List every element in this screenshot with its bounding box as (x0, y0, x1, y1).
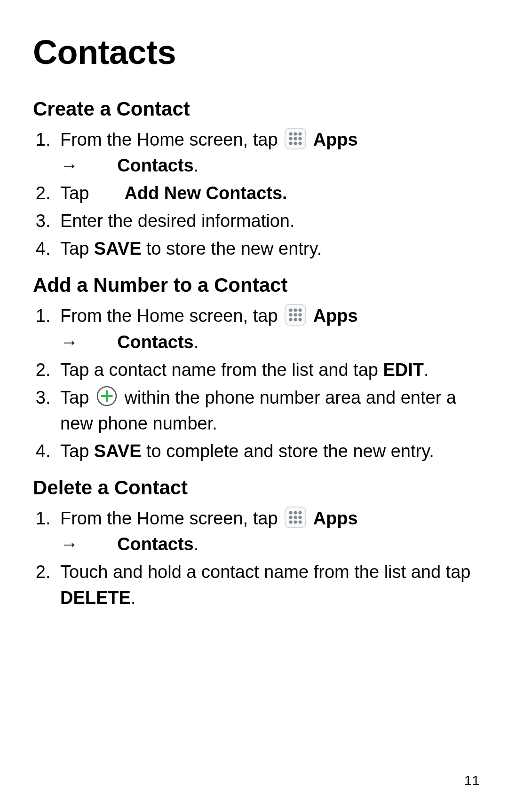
step-text: . (424, 360, 429, 380)
step: Enter the desired information. (56, 208, 475, 234)
step: Tap Add New Contacts. (56, 180, 475, 206)
add-label: Add New Contacts. (124, 183, 287, 203)
step-text: . (131, 588, 136, 608)
step-text: within the phone number area and enter a… (60, 388, 456, 433)
step-text: to store the new entry. (142, 239, 322, 258)
step-list: From the Home screen, tap Apps → Contact… (33, 506, 475, 611)
apps-icon (285, 304, 306, 326)
contacts-icon (89, 330, 111, 351)
apps-label: Apps (313, 508, 358, 528)
apps-label: Apps (313, 306, 358, 326)
period: . (194, 156, 199, 175)
step: From the Home screen, tap Apps → Contact… (56, 303, 475, 355)
add-icon (96, 181, 118, 203)
step: Tap within the phone number area and ent… (56, 385, 475, 437)
apps-icon (285, 507, 306, 528)
step-text: Enter the desired information. (60, 211, 295, 231)
arrow-icon: → (60, 534, 78, 554)
step: Touch and hold a contact name from the l… (56, 559, 475, 611)
step: Tap a contact name from the list and tap… (56, 357, 475, 383)
arrow-icon: → (60, 156, 78, 175)
step-text: Tap (60, 388, 94, 407)
step: From the Home screen, tap Apps → Contact… (56, 506, 475, 557)
page-number: 11 (464, 773, 480, 789)
step-text: Tap (60, 183, 94, 203)
step-text: From the Home screen, tap (60, 508, 283, 528)
step-list: From the Home screen, tap Apps → Contact… (33, 127, 475, 262)
delete-label: DELETE (60, 588, 131, 608)
section-heading: Delete a Contact (33, 476, 475, 499)
step-list: From the Home screen, tap Apps → Contact… (33, 303, 475, 464)
arrow-icon: → (60, 332, 78, 352)
contacts-icon (89, 154, 111, 175)
section-heading: Create a Contact (33, 98, 475, 120)
step: From the Home screen, tap Apps → Contact… (56, 127, 475, 179)
contacts-label: Contacts (117, 156, 194, 175)
step: Tap SAVE to store the new entry. (56, 236, 475, 262)
section-heading: Add a Number to a Contact (33, 274, 475, 297)
step-text: Tap (60, 441, 94, 461)
step: Tap SAVE to complete and store the new e… (56, 438, 475, 464)
period: . (194, 332, 199, 352)
step-text: to complete and store the new entry. (142, 441, 434, 461)
step-text: Tap a contact name from the list and tap (60, 360, 383, 380)
period: . (194, 534, 199, 554)
step-text: From the Home screen, tap (60, 130, 283, 149)
contacts-label: Contacts (117, 534, 194, 554)
edit-label: EDIT (383, 360, 424, 380)
page-title: Contacts (33, 33, 475, 71)
plus-outline-icon (96, 385, 118, 407)
save-label: SAVE (94, 441, 142, 461)
contacts-label: Contacts (117, 332, 194, 352)
step-text: Tap (60, 239, 94, 258)
apps-label: Apps (313, 130, 358, 149)
step-text: From the Home screen, tap (60, 306, 283, 326)
manual-page: Contacts Create a Contact From the Home … (0, 0, 508, 812)
contacts-icon (89, 532, 111, 554)
save-label: SAVE (94, 239, 142, 258)
apps-icon (285, 128, 306, 149)
step-text: Touch and hold a contact name from the l… (60, 562, 470, 582)
